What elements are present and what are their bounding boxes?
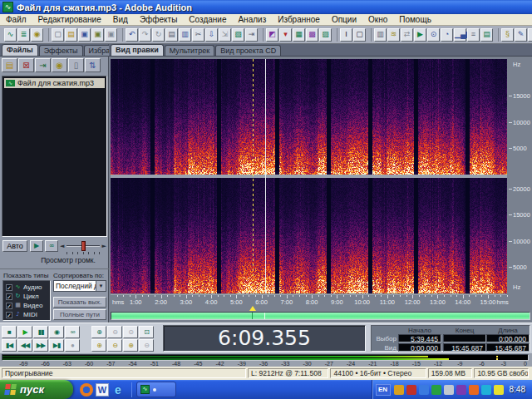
go-to-start-button[interactable]: ▮◀ bbox=[2, 339, 17, 352]
file-list[interactable]: ∿ Файл для сжатия.mp3 bbox=[2, 76, 107, 237]
tab-effects[interactable]: Эффекты bbox=[39, 45, 83, 56]
spectrogram-canvas[interactable] bbox=[111, 59, 507, 293]
checkbox-цикл[interactable]: ✓ bbox=[6, 293, 12, 300]
task-button-audition[interactable]: ∿ bbox=[136, 382, 176, 397]
zoom-out-full-button[interactable]: ⊖ bbox=[107, 339, 122, 352]
quicklaunch-ie-icon[interactable]: e bbox=[111, 383, 125, 397]
scripts-button[interactable]: § bbox=[501, 28, 514, 42]
close-file-button[interactable]: ⊠ bbox=[18, 58, 34, 72]
zoom-full-button[interactable]: ⊙ bbox=[123, 326, 138, 338]
file-list-item[interactable]: ∿ Файл для сжатия.mp3 bbox=[4, 78, 105, 88]
stop-button[interactable]: ■ bbox=[2, 326, 17, 338]
save-as-button[interactable]: ▣ bbox=[91, 28, 104, 42]
paste-button[interactable]: ⇩ bbox=[205, 28, 218, 42]
selection-start-value[interactable]: 5:39.445 bbox=[398, 334, 441, 342]
level-meter-bars[interactable] bbox=[2, 354, 529, 361]
selection-length-value[interactable]: 0:00.000 bbox=[486, 334, 530, 342]
view-end-value[interactable]: 15:45.687 bbox=[443, 343, 486, 352]
checkbox-видео[interactable]: ✓ bbox=[6, 303, 12, 309]
mixer-button[interactable]: ▥ bbox=[374, 28, 387, 42]
tray-download-icon[interactable] bbox=[469, 385, 479, 395]
tray-display-icon[interactable] bbox=[481, 385, 491, 395]
zoom-vertical-button[interactable]: ⊖ bbox=[139, 339, 154, 352]
marquee-selection-tool-button[interactable]: ▢ bbox=[353, 28, 366, 42]
time-display[interactable]: 6:09.355 bbox=[163, 325, 366, 352]
loop-play-button[interactable]: ∞ bbox=[65, 326, 80, 338]
auto-play-button[interactable]: Авто bbox=[2, 240, 27, 252]
show-options-button[interactable]: Показать вых. bbox=[53, 297, 106, 308]
go-to-end-button[interactable]: ▶▮ bbox=[49, 339, 64, 352]
tray-volume-icon[interactable] bbox=[444, 385, 454, 395]
language-indicator[interactable]: EN bbox=[376, 384, 391, 396]
dropdown-arrow-icon[interactable]: ▼ bbox=[96, 281, 106, 291]
slider-right-arrow-icon[interactable]: ► bbox=[102, 243, 106, 249]
selection-end-value[interactable] bbox=[443, 334, 486, 342]
group-waveform-button[interactable]: ▦ bbox=[293, 28, 305, 42]
tray-scheduler-icon[interactable] bbox=[456, 385, 466, 395]
tab-edit-view[interactable]: Вид правки bbox=[111, 44, 164, 56]
insert-to-multitrack-button[interactable]: ⇥ bbox=[35, 58, 51, 72]
find-button[interactable]: ⊙ bbox=[427, 28, 440, 42]
repeat-command-button[interactable]: ↻ bbox=[152, 28, 165, 42]
level-meter[interactable]: -69-66-63-60-57-54-51-48-45-42-39-36-33-… bbox=[0, 353, 532, 367]
menu-item[interactable]: Опции bbox=[326, 14, 362, 25]
selection-cursor-line[interactable] bbox=[253, 59, 254, 293]
copy-button[interactable]: ▥ bbox=[179, 28, 191, 42]
import-file-button[interactable]: ▤ bbox=[2, 58, 17, 72]
tray-network-icon[interactable] bbox=[419, 385, 429, 395]
edit-script-button[interactable]: ✎ bbox=[515, 28, 527, 42]
marker-button[interactable]: ▾ bbox=[279, 28, 292, 42]
spectrogram-display[interactable] bbox=[111, 59, 507, 293]
preview-play-button[interactable]: ▶ bbox=[30, 240, 43, 252]
save-file-button[interactable]: ▣ bbox=[78, 28, 91, 42]
full-paths-button[interactable]: Полные пути bbox=[53, 309, 106, 320]
save-all-button[interactable]: ▣ bbox=[105, 28, 117, 42]
open-file-button[interactable]: ▤ bbox=[65, 28, 77, 42]
slider-left-arrow-icon[interactable]: ◄ bbox=[60, 243, 64, 249]
preview-volume-slider[interactable]: ◄ ► bbox=[60, 241, 106, 251]
zoom-in-right-edge-button[interactable]: ⊕ bbox=[123, 339, 138, 352]
new-file-button[interactable]: ▢ bbox=[52, 28, 64, 42]
preview-loop-button[interactable]: ∞ bbox=[45, 240, 58, 252]
fast-forward-button[interactable]: ▶▶ bbox=[33, 339, 48, 352]
properties-button[interactable]: ▤ bbox=[165, 28, 178, 42]
menu-item[interactable]: Эффекты bbox=[134, 14, 183, 25]
checkbox-аудио[interactable]: ✓ bbox=[6, 284, 12, 291]
statistics-button[interactable]: ≡ bbox=[467, 28, 480, 42]
monitor-record-level-button[interactable]: ▶ bbox=[414, 28, 426, 42]
menu-item[interactable]: Вид bbox=[107, 14, 134, 25]
play-button[interactable]: ▶ bbox=[17, 326, 32, 338]
menu-item[interactable]: Избранное bbox=[272, 14, 326, 25]
view-start-value[interactable]: 0:00.000 bbox=[398, 343, 441, 352]
menu-item[interactable]: Редактирование bbox=[32, 14, 107, 25]
insert-to-cd-button[interactable]: ◉ bbox=[52, 58, 67, 72]
tray-antivirus-icon[interactable] bbox=[406, 385, 416, 395]
frequency-analysis-button[interactable]: ▁▄▆ bbox=[454, 28, 466, 42]
tray-update-icon[interactable] bbox=[394, 385, 404, 395]
multitrack-view-button[interactable]: ≣ bbox=[17, 28, 30, 42]
volume-slider-handle[interactable] bbox=[81, 241, 86, 251]
settings-button[interactable]: ≋ bbox=[387, 28, 400, 42]
start-button[interactable]: пуск bbox=[0, 380, 73, 399]
view-length-value[interactable]: 15:45.687 bbox=[486, 343, 530, 352]
quicklaunch-word-icon[interactable]: W bbox=[96, 383, 109, 397]
tab-cd-project[interactable]: Вид проекта CD bbox=[215, 45, 281, 56]
cd-project-button[interactable]: ◉ bbox=[31, 28, 43, 42]
menu-item[interactable]: Помощь bbox=[393, 14, 437, 25]
zoom-to-selection-button[interactable]: ⊡ bbox=[139, 326, 154, 338]
menu-item[interactable]: Файл bbox=[0, 14, 32, 25]
tab-files[interactable]: Файлы bbox=[2, 44, 38, 56]
time-selection-tool-button[interactable]: I bbox=[340, 28, 352, 42]
menu-item[interactable]: Создание bbox=[183, 14, 232, 25]
insert-to-multitrack-button[interactable]: ⇥ bbox=[245, 28, 258, 42]
paste-to-new-button[interactable]: ▧ bbox=[232, 28, 244, 42]
zoom-in-left-edge-button[interactable]: ⊕ bbox=[91, 339, 106, 352]
cut-button[interactable]: ✂ bbox=[192, 28, 204, 42]
clock-button[interactable]: ◔ bbox=[441, 28, 453, 42]
menu-item[interactable]: Окно bbox=[362, 14, 393, 25]
rewind-button[interactable]: ◀◀ bbox=[17, 339, 32, 352]
record-button[interactable]: ● bbox=[65, 339, 80, 352]
quicklaunch-firefox-icon[interactable] bbox=[80, 383, 93, 397]
device-order-button[interactable]: ⇄ bbox=[401, 28, 413, 42]
cue-list-button[interactable]: ▤ bbox=[480, 28, 493, 42]
